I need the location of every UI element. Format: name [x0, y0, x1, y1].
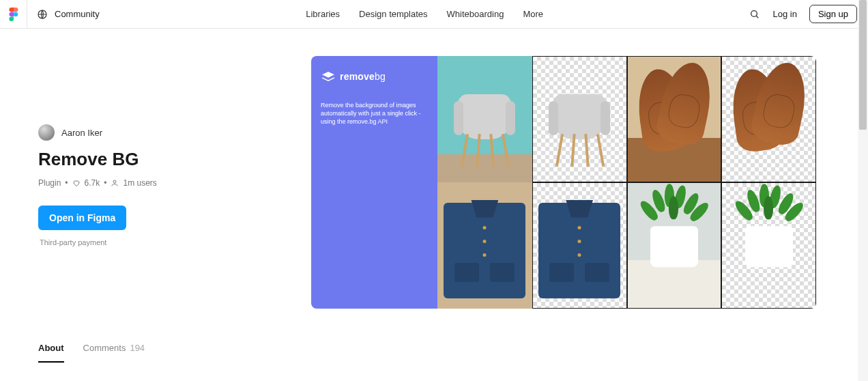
plugin-type: Plugin	[38, 178, 61, 188]
tab-about[interactable]: About	[38, 343, 64, 363]
svg-point-4	[113, 180, 116, 183]
hero-column: removebg Remove the background of images…	[311, 56, 830, 309]
nav-right: Log in Sign up	[749, 5, 857, 23]
layers-icon	[321, 71, 336, 82]
sample-plant-removed	[721, 182, 816, 309]
hero-grid	[437, 56, 816, 309]
plugin-info: Aaron Iker Remove BG Plugin • 6.7k • 1m …	[38, 56, 270, 309]
users-count: 1m users	[123, 178, 156, 188]
nav-more[interactable]: More	[523, 9, 543, 19]
signup-button[interactable]: Sign up	[809, 5, 857, 23]
figma-logo[interactable]	[0, 0, 27, 29]
figma-logo-icon	[9, 8, 18, 21]
nav-whiteboarding[interactable]: Whiteboarding	[447, 9, 504, 19]
author-name: Aaron Iker	[61, 128, 102, 138]
globe-icon[interactable]	[37, 9, 48, 20]
nav-center: Libraries Design templates Whiteboarding…	[100, 9, 750, 19]
meta-sep: •	[104, 178, 106, 188]
hero-image: removebg Remove the background of images…	[311, 56, 816, 309]
scrollbar-thumb[interactable]	[859, 0, 867, 130]
sample-shirt-removed	[532, 182, 627, 309]
sample-shirt-original	[437, 182, 532, 309]
plugin-title: Remove BG	[38, 149, 270, 170]
sample-chair-removed	[532, 56, 627, 182]
like-count: 6.7k	[85, 178, 100, 188]
heart-icon	[72, 179, 81, 187]
removebg-wordmark: removebg	[340, 71, 386, 82]
community-link[interactable]: Community	[55, 9, 100, 19]
open-in-figma-button[interactable]: Open in Figma	[38, 206, 126, 230]
search-icon[interactable]	[749, 9, 760, 20]
author-avatar	[38, 124, 55, 141]
author-row[interactable]: Aaron Iker	[38, 124, 270, 141]
plugin-meta: Plugin • 6.7k • 1m users	[38, 178, 270, 188]
sample-shoes-original	[627, 56, 722, 182]
hero-description: Remove the background of images automati…	[321, 101, 428, 126]
meta-sep: •	[65, 178, 68, 188]
nav-libraries[interactable]: Libraries	[306, 9, 340, 19]
removebg-logo: removebg	[321, 71, 428, 82]
comments-count: 194	[130, 343, 145, 354]
sample-plant-original	[627, 182, 722, 309]
third-party-payment-note: Third-party payment	[40, 238, 270, 246]
scrollbar[interactable]	[858, 0, 868, 363]
svg-point-0	[13, 12, 17, 16]
hero-sidebar: removebg Remove the background of images…	[311, 56, 437, 309]
tab-comments[interactable]: Comments194	[83, 343, 145, 363]
sample-shoes-removed	[721, 56, 816, 182]
top-bar: Community Libraries Design templates Whi…	[0, 0, 868, 29]
svg-point-2	[751, 10, 757, 16]
tab-bar: About Comments194	[0, 329, 868, 363]
nav-design-templates[interactable]: Design templates	[359, 9, 427, 19]
main-content: Aaron Iker Remove BG Plugin • 6.7k • 1m …	[0, 29, 868, 329]
users-icon	[111, 179, 119, 187]
sample-chair-original	[437, 56, 532, 182]
svg-line-3	[757, 16, 759, 18]
login-link[interactable]: Log in	[772, 9, 796, 19]
